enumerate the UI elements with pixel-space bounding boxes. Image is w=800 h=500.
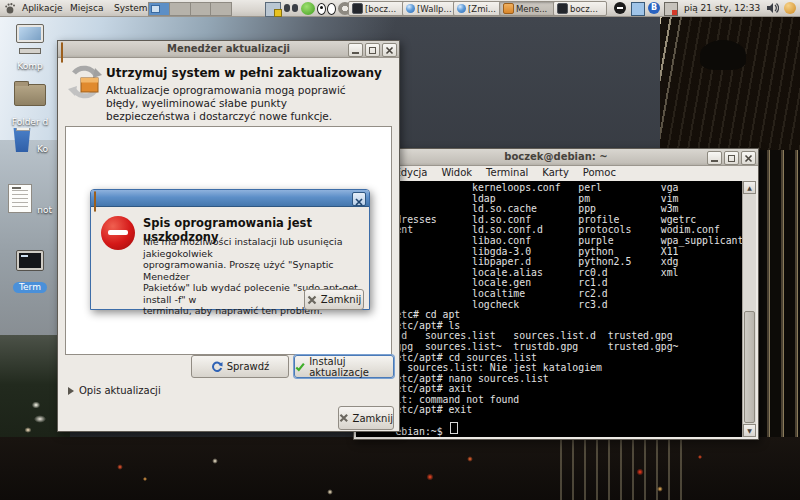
desktop-icon-computer[interactable]: Komp xyxy=(4,24,56,73)
menu-karty[interactable]: Karty xyxy=(535,166,575,181)
desktop-icon-label: Komp xyxy=(17,61,42,72)
bluetooth-icon[interactable]: B xyxy=(648,2,660,14)
taskbar-label: [Zmi... xyxy=(468,4,496,14)
keyboard-icon xyxy=(19,48,41,54)
error-dialog-close-button[interactable] xyxy=(352,192,366,206)
folder-icon xyxy=(14,84,46,106)
display-tray-icon[interactable] xyxy=(631,2,645,16)
wallpaper-balcony xyxy=(660,15,800,165)
lock-screen-icon[interactable] xyxy=(265,2,281,17)
check-updates-label: Sprawdź xyxy=(227,361,270,372)
taskbar-button-zmien[interactable]: [Zmi... xyxy=(453,1,503,16)
eyes-icon[interactable] xyxy=(318,2,335,15)
desktop-icon-trash[interactable]: Ko xyxy=(4,128,56,156)
update-window-close-button[interactable]: Zamknij xyxy=(338,406,394,430)
update-manager-icon xyxy=(503,3,514,14)
menu-miejsca[interactable]: Miejsca xyxy=(66,0,107,16)
install-updates-label: Instaluj aktualizacje xyxy=(309,356,393,378)
taskbar-label: [Wallp... xyxy=(417,4,452,14)
search-icon[interactable] xyxy=(284,2,298,15)
expander-triangle-icon xyxy=(68,387,74,395)
terminal-titlebar[interactable]: boczek@debian: ~ xyxy=(354,149,758,166)
menu-pomoc[interactable]: Pomoc xyxy=(576,166,623,181)
error-dialog-titlebar[interactable] xyxy=(91,190,369,207)
taskbar-button-wallpaper[interactable]: [Wallp... xyxy=(402,1,457,16)
network-tray-icon[interactable] xyxy=(664,2,678,16)
desktop-icon-notes[interactable]: not xyxy=(4,184,56,217)
taskbar-button-terminal[interactable]: bocz... xyxy=(553,1,607,16)
panel-clock[interactable]: pią 21 sty, 12:33 xyxy=(684,0,760,16)
terminal-text: kerneloops.conf perl vga ldap pm vim ld.… xyxy=(356,181,743,437)
desktop-icon-terminal[interactable]: Term xyxy=(4,250,56,294)
terminal-scrollbar[interactable]: ▲ ▼ xyxy=(742,181,756,437)
update-header-description: Aktualizacje oprogramowania mogą poprawi… xyxy=(106,84,346,123)
error-dialog: Spis oprogramowania jest uszkodzony Nie … xyxy=(90,189,370,310)
browser-icon xyxy=(406,4,415,13)
close-icon xyxy=(355,198,363,206)
menu-widok[interactable]: Widok xyxy=(434,166,479,181)
desktop-icon-label: Ko xyxy=(37,144,48,155)
terminal-window-title: boczek@debian: ~ xyxy=(354,149,758,165)
terminal-icon xyxy=(16,250,44,271)
wallpaper-lit-windows xyxy=(560,440,690,500)
workspace-3[interactable] xyxy=(191,3,212,15)
update-manager-titlebar[interactable]: Menedżer aktualizacji xyxy=(58,41,399,58)
workspace-1[interactable] xyxy=(149,3,170,15)
error-stop-icon xyxy=(101,216,135,250)
scroll-down-arrow[interactable]: ▼ xyxy=(743,424,756,437)
menu-terminal[interactable]: Terminal xyxy=(479,166,535,181)
expander-label: Opis aktualizacji xyxy=(79,385,161,396)
update-close-button[interactable] xyxy=(382,43,397,57)
update-alert-tray-icon[interactable] xyxy=(614,2,626,14)
taskbar-label: [bocz... xyxy=(365,4,396,14)
volume-icon[interactable] xyxy=(766,2,779,14)
close-icon xyxy=(385,46,394,55)
document-icon xyxy=(8,184,32,213)
taskbar-label: Mene... xyxy=(516,4,547,14)
browser-icon xyxy=(457,4,466,13)
terminal-output-area[interactable]: kerneloops.conf perl vga ldap pm vim ld.… xyxy=(356,181,743,437)
close-icon xyxy=(744,154,753,163)
taskbar-button-terminal-min[interactable]: [bocz... xyxy=(348,1,406,16)
taskbar-button-update-manager[interactable]: Mene... xyxy=(499,1,557,16)
update-minimize-button[interactable] xyxy=(348,43,363,57)
terminal-icon xyxy=(352,3,363,14)
desktop-icon-label: Folder d xyxy=(12,117,48,128)
scrollbar-thumb[interactable] xyxy=(744,311,755,423)
desktop-screen: Komp Folder d Ko not Term boczek@debian:… xyxy=(0,0,800,500)
scroll-up-arrow[interactable]: ▲ xyxy=(743,181,756,194)
update-maximize-button[interactable] xyxy=(365,43,380,57)
error-close-label: Zamknij xyxy=(321,294,361,305)
close-x-icon xyxy=(339,413,349,423)
terminal-menubar: Plik Edycja Widok Terminal Karty Pomoc xyxy=(356,166,756,181)
trash-icon xyxy=(12,128,32,152)
check-updates-button[interactable]: Sprawdź xyxy=(191,355,289,378)
install-updates-button[interactable]: Instaluj aktualizacje xyxy=(294,355,394,378)
menu-aplikacje[interactable]: Aplikacje xyxy=(18,0,66,16)
update-description-expander[interactable]: Opis aktualizacji xyxy=(68,385,161,396)
wallpaper-chair-silhouette xyxy=(700,40,746,70)
refresh-icon xyxy=(211,361,223,373)
terminal-close-button[interactable] xyxy=(741,151,756,165)
workspace-4[interactable] xyxy=(211,3,231,15)
desktop-icon-label-selected: Term xyxy=(13,282,47,293)
run-application-icon[interactable] xyxy=(301,2,315,15)
terminal-icon xyxy=(557,3,568,14)
update-close-label: Zamknij xyxy=(353,413,393,424)
workspace-switcher xyxy=(148,2,232,16)
check-icon xyxy=(295,361,305,373)
workspace-2[interactable] xyxy=(170,3,191,15)
error-dialog-icon xyxy=(94,192,106,204)
desktop-icon-home-folder[interactable]: Folder d xyxy=(4,80,56,129)
error-dialog-zamknij-button[interactable]: Zamknij xyxy=(304,289,364,310)
update-manager-header-icon xyxy=(66,63,104,101)
notification-tray-icon[interactable] xyxy=(784,2,796,14)
top-panel: Aplikacje Miejsca System [bocz... [Wallp… xyxy=(0,0,800,17)
gnome-logo-icon xyxy=(4,2,16,14)
update-header-title: Utrzymuj system w pełni zaktualizowany xyxy=(106,66,382,80)
terminal-minimize-button[interactable] xyxy=(707,151,722,165)
menu-system[interactable]: System xyxy=(110,0,152,16)
close-x-icon xyxy=(307,295,317,305)
computer-icon xyxy=(16,24,44,43)
terminal-maximize-button[interactable] xyxy=(724,151,739,165)
